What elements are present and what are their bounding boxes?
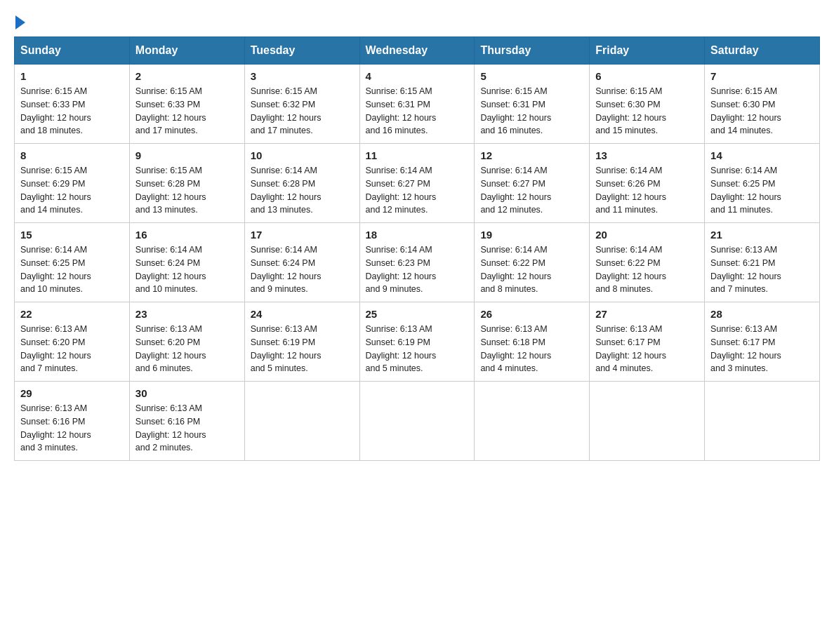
calendar-cell: 16Sunrise: 6:14 AMSunset: 6:24 PMDayligh… [129, 223, 244, 302]
calendar-cell: 10Sunrise: 6:14 AMSunset: 6:28 PMDayligh… [244, 144, 359, 223]
calendar-cell [475, 382, 590, 461]
day-info: Sunrise: 6:13 AMSunset: 6:20 PMDaylight:… [20, 323, 124, 375]
day-info: Sunrise: 6:13 AMSunset: 6:21 PMDaylight:… [710, 243, 814, 296]
calendar-cell: 29Sunrise: 6:13 AMSunset: 6:16 PMDayligh… [15, 382, 130, 461]
day-info: Sunrise: 6:14 AMSunset: 6:25 PMDaylight:… [20, 243, 124, 296]
day-info: Sunrise: 6:15 AMSunset: 6:28 PMDaylight:… [135, 164, 239, 217]
day-number: 23 [135, 308, 239, 320]
day-number: 24 [251, 308, 354, 320]
day-number: 13 [595, 149, 699, 161]
day-info: Sunrise: 6:15 AMSunset: 6:33 PMDaylight:… [20, 85, 124, 137]
day-info: Sunrise: 6:15 AMSunset: 6:30 PMDaylight:… [595, 85, 699, 137]
calendar-cell: 14Sunrise: 6:14 AMSunset: 6:25 PMDayligh… [705, 144, 820, 223]
calendar-cell: 4Sunrise: 6:15 AMSunset: 6:31 PMDaylight… [359, 65, 475, 144]
day-info: Sunrise: 6:14 AMSunset: 6:26 PMDaylight:… [595, 164, 699, 217]
calendar-cell: 28Sunrise: 6:13 AMSunset: 6:17 PMDayligh… [705, 302, 820, 382]
calendar-cell [244, 382, 359, 461]
day-number: 15 [20, 229, 124, 241]
day-number: 25 [366, 308, 469, 320]
weekday-header-row: SundayMondayTuesdayWednesdayThursdayFrid… [15, 37, 820, 65]
logo-triangle-icon [15, 15, 25, 29]
day-info: Sunrise: 6:15 AMSunset: 6:30 PMDaylight:… [710, 85, 814, 137]
day-info: Sunrise: 6:15 AMSunset: 6:33 PMDaylight:… [135, 85, 239, 137]
day-number: 22 [20, 308, 124, 320]
weekday-header-sunday: Sunday [15, 37, 130, 65]
weekday-header-saturday: Saturday [705, 37, 820, 65]
calendar-cell: 23Sunrise: 6:13 AMSunset: 6:20 PMDayligh… [129, 302, 244, 382]
calendar-week-row: 1Sunrise: 6:15 AMSunset: 6:33 PMDaylight… [15, 65, 820, 144]
calendar-cell: 22Sunrise: 6:13 AMSunset: 6:20 PMDayligh… [15, 302, 130, 382]
calendar-week-row: 8Sunrise: 6:15 AMSunset: 6:29 PMDaylight… [15, 144, 820, 223]
day-info: Sunrise: 6:15 AMSunset: 6:29 PMDaylight:… [20, 164, 124, 217]
day-info: Sunrise: 6:14 AMSunset: 6:22 PMDaylight:… [480, 243, 583, 296]
day-number: 14 [710, 149, 814, 161]
day-number: 16 [135, 229, 239, 241]
calendar-cell: 13Sunrise: 6:14 AMSunset: 6:26 PMDayligh… [590, 144, 705, 223]
calendar-cell: 19Sunrise: 6:14 AMSunset: 6:22 PMDayligh… [475, 223, 590, 302]
day-number: 20 [595, 229, 699, 241]
calendar-cell [359, 382, 475, 461]
weekday-header-tuesday: Tuesday [244, 37, 359, 65]
day-info: Sunrise: 6:14 AMSunset: 6:28 PMDaylight:… [251, 164, 354, 217]
day-number: 8 [20, 149, 124, 161]
page-header [14, 14, 820, 29]
day-number: 17 [251, 229, 354, 241]
day-number: 11 [366, 149, 469, 161]
day-number: 1 [20, 70, 124, 82]
day-info: Sunrise: 6:14 AMSunset: 6:24 PMDaylight:… [251, 243, 354, 296]
calendar-cell: 7Sunrise: 6:15 AMSunset: 6:30 PMDaylight… [705, 65, 820, 144]
calendar-cell: 3Sunrise: 6:15 AMSunset: 6:32 PMDaylight… [244, 65, 359, 144]
day-number: 4 [366, 70, 469, 82]
day-number: 18 [366, 229, 469, 241]
calendar-table: SundayMondayTuesdayWednesdayThursdayFrid… [14, 36, 820, 461]
weekday-header-thursday: Thursday [475, 37, 590, 65]
day-number: 30 [135, 387, 239, 399]
day-number: 21 [710, 229, 814, 241]
day-number: 2 [135, 70, 239, 82]
weekday-header-friday: Friday [590, 37, 705, 65]
calendar-cell: 1Sunrise: 6:15 AMSunset: 6:33 PMDaylight… [15, 65, 130, 144]
day-info: Sunrise: 6:14 AMSunset: 6:22 PMDaylight:… [595, 243, 699, 296]
calendar-cell: 8Sunrise: 6:15 AMSunset: 6:29 PMDaylight… [15, 144, 130, 223]
calendar-cell: 21Sunrise: 6:13 AMSunset: 6:21 PMDayligh… [705, 223, 820, 302]
calendar-cell: 11Sunrise: 6:14 AMSunset: 6:27 PMDayligh… [359, 144, 475, 223]
calendar-cell: 27Sunrise: 6:13 AMSunset: 6:17 PMDayligh… [590, 302, 705, 382]
day-info: Sunrise: 6:14 AMSunset: 6:24 PMDaylight:… [135, 243, 239, 296]
day-number: 26 [480, 308, 583, 320]
day-info: Sunrise: 6:15 AMSunset: 6:31 PMDaylight:… [366, 85, 469, 137]
calendar-cell: 9Sunrise: 6:15 AMSunset: 6:28 PMDaylight… [129, 144, 244, 223]
day-info: Sunrise: 6:14 AMSunset: 6:23 PMDaylight:… [366, 243, 469, 296]
calendar-cell: 12Sunrise: 6:14 AMSunset: 6:27 PMDayligh… [475, 144, 590, 223]
day-info: Sunrise: 6:13 AMSunset: 6:16 PMDaylight:… [135, 402, 239, 455]
day-number: 9 [135, 149, 239, 161]
day-number: 29 [20, 387, 124, 399]
day-info: Sunrise: 6:15 AMSunset: 6:32 PMDaylight:… [251, 85, 354, 137]
calendar-week-row: 22Sunrise: 6:13 AMSunset: 6:20 PMDayligh… [15, 302, 820, 382]
day-info: Sunrise: 6:13 AMSunset: 6:19 PMDaylight:… [366, 323, 469, 375]
day-info: Sunrise: 6:14 AMSunset: 6:27 PMDaylight:… [480, 164, 583, 217]
day-number: 27 [595, 308, 699, 320]
day-number: 6 [595, 70, 699, 82]
day-info: Sunrise: 6:13 AMSunset: 6:18 PMDaylight:… [480, 323, 583, 375]
calendar-cell [590, 382, 705, 461]
calendar-cell: 20Sunrise: 6:14 AMSunset: 6:22 PMDayligh… [590, 223, 705, 302]
day-info: Sunrise: 6:14 AMSunset: 6:27 PMDaylight:… [366, 164, 469, 217]
day-number: 7 [710, 70, 814, 82]
day-number: 28 [710, 308, 814, 320]
day-number: 5 [480, 70, 583, 82]
day-info: Sunrise: 6:13 AMSunset: 6:20 PMDaylight:… [135, 323, 239, 375]
calendar-body: 1Sunrise: 6:15 AMSunset: 6:33 PMDaylight… [15, 65, 820, 461]
day-number: 19 [480, 229, 583, 241]
weekday-header-monday: Monday [129, 37, 244, 65]
day-info: Sunrise: 6:14 AMSunset: 6:25 PMDaylight:… [710, 164, 814, 217]
day-info: Sunrise: 6:13 AMSunset: 6:17 PMDaylight:… [595, 323, 699, 375]
calendar-cell: 24Sunrise: 6:13 AMSunset: 6:19 PMDayligh… [244, 302, 359, 382]
calendar-cell: 26Sunrise: 6:13 AMSunset: 6:18 PMDayligh… [475, 302, 590, 382]
calendar-cell: 5Sunrise: 6:15 AMSunset: 6:31 PMDaylight… [475, 65, 590, 144]
calendar-cell: 17Sunrise: 6:14 AMSunset: 6:24 PMDayligh… [244, 223, 359, 302]
calendar-cell: 25Sunrise: 6:13 AMSunset: 6:19 PMDayligh… [359, 302, 475, 382]
day-info: Sunrise: 6:13 AMSunset: 6:17 PMDaylight:… [710, 323, 814, 375]
calendar-cell [705, 382, 820, 461]
day-number: 12 [480, 149, 583, 161]
day-info: Sunrise: 6:13 AMSunset: 6:19 PMDaylight:… [251, 323, 354, 375]
